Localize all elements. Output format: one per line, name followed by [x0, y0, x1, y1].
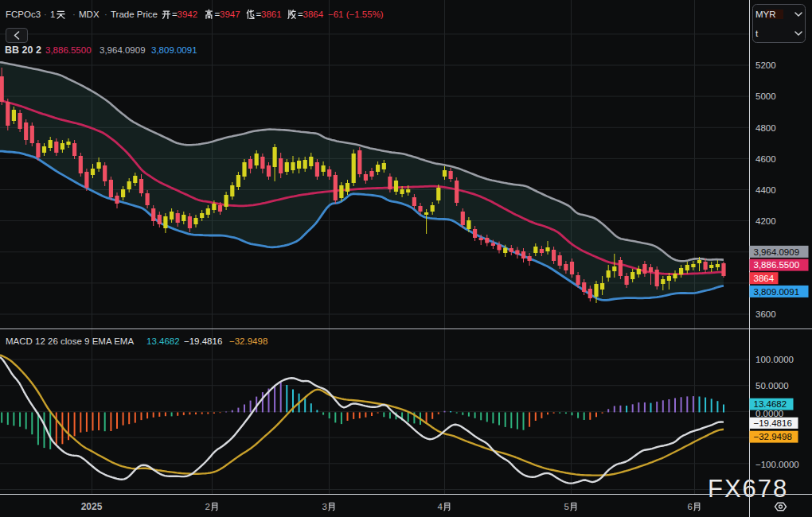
svg-text:3,809.0091: 3,809.0091: [754, 287, 800, 297]
svg-text:FX678: FX678: [708, 475, 788, 503]
svg-text:13.4682: 13.4682: [754, 399, 787, 409]
svg-text:·: ·: [72, 10, 76, 19]
svg-text:BB 20 2: BB 20 2: [5, 45, 41, 56]
svg-text:5000: 5000: [755, 91, 776, 101]
svg-text:−32.9498: −32.9498: [754, 432, 792, 441]
svg-text:13.4682: 13.4682: [146, 336, 180, 346]
svg-text:5200: 5200: [755, 60, 776, 70]
svg-text:3,809.0091: 3,809.0091: [151, 45, 197, 55]
svg-text:100.0000: 100.0000: [755, 355, 794, 364]
svg-text:3861: 3861: [261, 10, 282, 19]
svg-text:4400: 4400: [755, 185, 776, 195]
svg-text:2: 2: [205, 502, 210, 511]
svg-text:FCPOc3: FCPOc3: [6, 10, 41, 19]
svg-text:4: 4: [438, 502, 443, 511]
svg-text:−19.4816: −19.4816: [184, 336, 222, 346]
svg-text:3600: 3600: [755, 309, 776, 319]
svg-text:3: 3: [322, 502, 327, 511]
svg-text:MACD 12 26 close 9 EMA EMA: MACD 12 26 close 9 EMA EMA: [6, 336, 134, 346]
svg-text:1: 1: [50, 10, 55, 19]
svg-text:·: ·: [104, 10, 107, 19]
svg-text:3,964.0909: 3,964.0909: [754, 247, 800, 257]
svg-text:4800: 4800: [755, 123, 776, 133]
svg-text:6: 6: [688, 502, 693, 511]
svg-text:3864: 3864: [303, 10, 324, 19]
svg-text:MYR: MYR: [755, 10, 776, 19]
svg-text:3,886.5500: 3,886.5500: [754, 260, 800, 270]
svg-text:4200: 4200: [755, 216, 776, 226]
svg-text:−19.4816: −19.4816: [754, 418, 792, 428]
svg-text:−100.0000: −100.0000: [755, 460, 799, 469]
svg-text:3942: 3942: [178, 10, 198, 19]
svg-text:50.0000: 50.0000: [755, 381, 789, 391]
svg-text:5: 5: [564, 502, 569, 511]
svg-text:MDX: MDX: [79, 10, 100, 19]
svg-text:·: ·: [44, 10, 47, 19]
svg-text:−61 (−1.55%): −61 (−1.55%): [328, 10, 384, 19]
svg-text:3,886.5500: 3,886.5500: [45, 45, 92, 55]
svg-text:−32.9498: −32.9498: [229, 336, 267, 346]
svg-text:2025: 2025: [81, 501, 103, 512]
svg-text:3,964.0909: 3,964.0909: [100, 45, 146, 55]
svg-text:3864: 3864: [754, 274, 775, 283]
svg-text:3947: 3947: [220, 10, 240, 19]
svg-text:Trade Price: Trade Price: [111, 10, 158, 19]
svg-text:4600: 4600: [755, 154, 776, 164]
